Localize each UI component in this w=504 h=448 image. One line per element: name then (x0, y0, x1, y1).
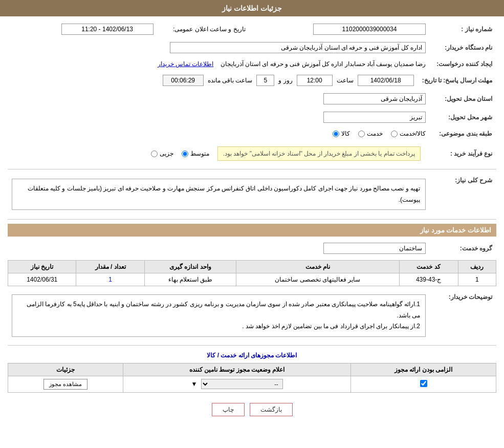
license-status-cell: -- ▼ (123, 376, 351, 392)
process-notice: پرداخت تمام یا بخشی از مبلغ خریدار از مح… (217, 146, 421, 161)
buyer-desc-table: توضیحات خریدار: 1.ارائه گواهینامه صلاحیت… (8, 290, 496, 341)
main-content: شماره نیاز : 1102000039000034 تاریخ و سا… (0, 16, 504, 432)
col-row: ردیف (458, 261, 496, 273)
license-status-select[interactable]: -- (201, 379, 283, 389)
category-khedmat-option[interactable]: خدمت (358, 130, 383, 137)
province-label: استان محل تحویل: (430, 91, 496, 106)
category-kala-radio[interactable] (333, 131, 339, 137)
service-group-label: گروه خدمت: (430, 241, 496, 256)
page-title: جزئیات اطلاعات نیاز (222, 4, 282, 12)
chevron-down-icon: ▼ (191, 380, 197, 388)
row-name: سایر فعالیتهای تخصصی ساختمان (236, 273, 400, 286)
category-radios: کالا خدمت کالا/خدمت (8, 128, 430, 139)
col-qty: تعداد / مقدار (76, 261, 144, 273)
row-qty: 1 (76, 273, 144, 286)
creator-contact-link[interactable]: اطلاعات تماس خریدار (158, 60, 214, 68)
reply-deadline-table: مهلت ارسال پاسخ: تا تاریخ: 1402/06/18 سا… (8, 73, 496, 88)
city-label: شهر محل تحویل: (430, 110, 496, 125)
announce-label: تاریخ و ساعت اعلان عمومی: (158, 22, 250, 37)
license-required-checkbox[interactable] (420, 380, 427, 387)
buyer-desc-value: 1.ارائه گواهینامه صلاحیت پیمانکاری معتبر… (8, 290, 430, 341)
province-table: استان محل تحویل: آذربایجان شرقی (8, 91, 496, 106)
row-num: 1 (458, 273, 496, 286)
announce-value: 1402/06/13 - 11:20 (8, 22, 158, 37)
table-row: 1 ج-43-439 سایر فعالیتهای تخصصی ساختمان … (8, 273, 496, 286)
row-date: 1402/06/31 (8, 273, 76, 286)
need-number-value: 1102000039000034 (250, 22, 430, 37)
buyer-org-field: اداره کل آموزش فنی و حرفه ای استان آذربا… (170, 42, 426, 53)
process-value: جزیی متوسط پرداخت تمام یا بخشی از مبلغ خ… (8, 142, 430, 165)
reply-deadline-value: 1402/06/18 ساعت 12:00 روز و 5 ساعت باقی … (8, 73, 418, 88)
category-kala-option[interactable]: کالا (333, 130, 350, 137)
buyer-org-label: نام دستگاه خریدار: (430, 40, 496, 55)
view-license-button[interactable]: مشاهده مجوز (43, 379, 87, 390)
page-wrapper: جزئیات اطلاعات نیاز شماره نیاز : 1102000… (0, 0, 504, 448)
buyer-desc-text: 1.ارائه گواهینامه صلاحیت پیمانکاری معتبر… (17, 299, 420, 332)
page-header: جزئیات اطلاعات نیاز (0, 0, 504, 16)
category-kala-khedmat-label: کالا/خدمت (400, 130, 426, 137)
creator-table: ایجاد کننده درخواست: رضا صمدیان یوسف آبا… (8, 58, 496, 70)
description-value: تهیه و نصب مصالح مورد نیاز جهت اجرای کام… (8, 174, 430, 215)
creator-value: رضا صمدیان یوسف آباد حسابدار اداره کل آم… (8, 58, 430, 70)
need-number-label: شماره نیاز : (430, 22, 496, 37)
need-number-field: 1102000039000034 (313, 24, 426, 35)
col-date: تاریخ نیاز (8, 261, 76, 273)
row-code: ج-43-439 (399, 273, 458, 286)
category-label: طبقه بندی موضوعی: (430, 128, 496, 139)
services-section-title: اطلاعات خدمات مورد نیاز (8, 224, 496, 237)
service-group-value: ساختمان (8, 241, 430, 256)
license-required-cell (351, 376, 496, 392)
print-button[interactable]: چاپ (212, 403, 245, 416)
city-table: شهر محل تحویل: تبریز (8, 110, 496, 125)
reply-time-field: 12:00 (297, 75, 333, 86)
announce-datetime-field: 1402/06/13 - 11:20 (61, 24, 154, 35)
reply-days-label: روز و (278, 77, 292, 84)
description-box: تهیه و نصب مصالح مورد نیاز جهت اجرای کام… (12, 179, 426, 210)
remaining-label: ساعت باقی مانده (208, 77, 253, 84)
category-kala-label: کالا (341, 130, 350, 137)
reply-time-label: ساعت (337, 77, 354, 84)
process-motavaset-option[interactable]: متوسط (182, 150, 209, 157)
process-motavaset-radio[interactable] (182, 151, 188, 157)
process-table: نوع فرآیند خرید : جزیی متوسط پرداخت تمام… (8, 142, 496, 165)
buyer-org-table: نام دستگاه خریدار: اداره کل آموزش فنی و … (8, 40, 496, 55)
license-table: الزامی بودن ارائه مجوز اعلام وضعیت مجوز … (8, 363, 496, 393)
province-field: آذربایجان شرقی (323, 93, 426, 104)
reply-date-field: 1402/06/18 (358, 75, 414, 86)
process-jozei-radio[interactable] (151, 151, 158, 157)
col-unit: واحد اندازه گیری (144, 261, 236, 273)
footer-buttons: بازگشت چاپ (8, 403, 496, 416)
process-motavaset-label: متوسط (190, 150, 209, 157)
category-khedmat-label: خدمت (367, 130, 383, 137)
creator-label: ایجاد کننده درخواست: (430, 58, 496, 70)
basic-info-table: شماره نیاز : 1102000039000034 تاریخ و سا… (8, 22, 496, 37)
process-label: نوع فرآیند خرید : (430, 142, 496, 165)
license-section: اطلاعات مجوزهای ارائه خدمت / کالا الزامی… (8, 352, 496, 393)
creator-text: رضا صمدیان یوسف آباد حسابدار اداره کل آم… (221, 60, 426, 68)
category-khedmat-radio[interactable] (358, 131, 365, 137)
license-details-cell: مشاهده مجوز (8, 376, 123, 392)
license-section-title: اطلاعات مجوزهای ارائه خدمت / کالا (8, 352, 496, 359)
service-group-table: گروه خدمت: ساختمان (8, 241, 496, 256)
license-col-details: جزئیات (8, 363, 123, 376)
license-col-required: الزامی بودن ارائه مجوز (351, 363, 496, 376)
description-label: شرح کلی نیاز: (430, 174, 496, 215)
description-table: شرح کلی نیاز: تهیه و نصب مصالح مورد نیاز… (8, 174, 496, 215)
buyer-org-value: اداره کل آموزش فنی و حرفه ای استان آذربا… (8, 40, 430, 55)
services-table: ردیف کد خدمت نام خدمت واحد اندازه گیری ت… (8, 260, 496, 286)
process-jozei-label: جزیی (160, 150, 173, 157)
row-unit: طبق استعلام بهاء (144, 273, 236, 286)
buyer-notes-box: 1.ارائه گواهینامه صلاحیت پیمانکاری معتبر… (12, 294, 426, 337)
col-code: کد خدمت (399, 261, 458, 273)
category-kala-khedmat-option[interactable]: کالا/خدمت (391, 130, 426, 137)
category-kala-khedmat-radio[interactable] (391, 131, 398, 137)
city-field: تبریز (323, 112, 426, 123)
back-button[interactable]: بازگشت (250, 403, 293, 416)
license-row: -- ▼ مشاهده مجوز (8, 376, 496, 392)
province-value: آذربایجان شرقی (8, 91, 430, 106)
license-col-status: اعلام وضعیت مجوز توسط نامین کننده (123, 363, 351, 376)
col-name: نام خدمت (236, 261, 400, 273)
reply-deadline-label: مهلت ارسال پاسخ: تا تاریخ: (418, 73, 496, 88)
process-jozei-option[interactable]: جزیی (151, 150, 173, 157)
service-group-field: ساختمان (323, 243, 426, 254)
